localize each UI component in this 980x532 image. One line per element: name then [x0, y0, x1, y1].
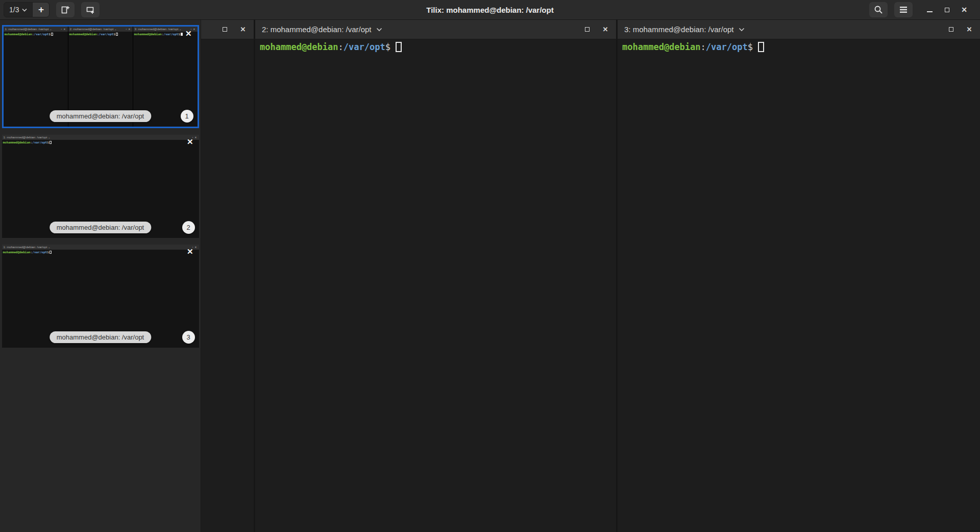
session-thumbnail-3[interactable]: 1: mohammed@debian: /var/opt ⌄ ▫ ✕ moham…: [2, 245, 199, 348]
session-thumbnail-2[interactable]: 1: mohammed@debian: /var/opt ⌄ ▫ ✕ moham…: [2, 135, 199, 238]
terminal-headers-row: ✕ 2: mohammed@debian: /var/opt ✕ 3: moha…: [201, 20, 980, 39]
mini-maximize-icon: ▫: [126, 28, 128, 31]
session-label-pill: mohammed@debian: /var/opt: [50, 331, 151, 343]
session-pager-label: 1/3: [9, 6, 19, 14]
terminal-2-close-button[interactable]: ✕: [599, 23, 612, 36]
shell-prompt: mohammed@debian:/var/opt$: [618, 39, 980, 55]
menu-button[interactable]: [894, 2, 913, 17]
mini-close-icon: ✕: [194, 136, 197, 139]
session-pager-button[interactable]: 1/3: [4, 3, 32, 17]
terminal-1-close-button[interactable]: ✕: [236, 23, 250, 36]
mini-cursor: [116, 33, 118, 36]
terminal-3-screen[interactable]: mohammed@debian:/var/opt$: [618, 39, 980, 532]
headerbar: 1/3 + Tilix: mohammed@debian: /var/opt: [0, 0, 980, 20]
session-number-badge: 2: [182, 221, 195, 234]
add-session-button[interactable]: +: [32, 3, 49, 17]
prompt-path: /var/opt: [344, 42, 385, 52]
plus-icon: +: [38, 4, 44, 15]
mini-chevron-down-icon: ⌄: [179, 28, 182, 31]
mini-cursor: [50, 251, 52, 254]
mini-maximize-icon: ▫: [61, 28, 63, 31]
search-icon: [874, 5, 883, 14]
terminal-3-header[interactable]: 3: mohammed@debian: /var/opt ✕: [618, 20, 980, 39]
mini-pane-title: 1: mohammed@debian: /var/opt: [5, 28, 49, 31]
close-icon: ✕: [240, 26, 246, 33]
add-terminal-down-icon: [86, 5, 95, 14]
search-button[interactable]: [869, 2, 888, 17]
close-icon: ✕: [961, 6, 967, 13]
minimize-button[interactable]: [921, 2, 938, 17]
mini-pane-title: 1: mohammed@debian: /var/opt: [4, 246, 47, 249]
session-thumbnail-1[interactable]: 1: mohammed@debian: /var/opt ⌄ ▫ ✕ moham…: [2, 25, 199, 128]
chevron-down-icon[interactable]: [376, 28, 382, 32]
mini-chevron-down-icon: ⌄: [50, 28, 52, 31]
terminal-1-header[interactable]: ✕: [201, 20, 255, 39]
mini-close-icon: ✕: [194, 246, 197, 249]
terminal-cursor: [758, 42, 764, 52]
chevron-down-icon[interactable]: [739, 28, 745, 32]
mini-close-icon: ✕: [193, 28, 195, 31]
mini-chevron-down-icon: ⌄: [48, 136, 51, 139]
add-terminal-down-button[interactable]: [81, 2, 100, 17]
header-right-controls: ✕: [869, 2, 973, 17]
maximize-icon: [945, 8, 949, 12]
add-terminal-right-icon: [61, 5, 70, 14]
close-session-button[interactable]: ✕: [187, 248, 193, 255]
terminal-3-close-button[interactable]: ✕: [963, 23, 976, 36]
terminal-bodies-row: mohammed@debian:/var/opt$ mohammed@debia…: [201, 39, 980, 532]
terminal-cursor: [396, 42, 402, 52]
maximize-button[interactable]: [938, 2, 955, 17]
terminal-2-header[interactable]: 2: mohammed@debian: /var/opt ✕: [255, 20, 618, 39]
close-icon: ✕: [603, 26, 608, 33]
close-session-button[interactable]: ✕: [187, 138, 193, 146]
shell-prompt: mohammed@debian:/var/opt$: [255, 39, 616, 55]
chevron-down-icon: [22, 8, 27, 12]
terminal-1-screen[interactable]: [201, 39, 255, 532]
session-label-pill: mohammed@debian: /var/opt: [50, 222, 151, 233]
terminal-2-maximize-button[interactable]: [580, 23, 594, 36]
close-window-button[interactable]: ✕: [955, 2, 973, 17]
terminal-2-title[interactable]: 2: mohammed@debian: /var/opt: [262, 25, 372, 34]
session-sidebar: 1: mohammed@debian: /var/opt ⌄ ▫ ✕ moham…: [0, 20, 201, 532]
terminal-2-screen[interactable]: mohammed@debian:/var/opt$: [255, 39, 618, 532]
session-label-pill: mohammed@debian: /var/opt: [50, 110, 151, 122]
session-number-badge: 1: [181, 110, 193, 123]
close-session-button[interactable]: ✕: [185, 30, 192, 37]
prompt-path: /var/opt: [706, 42, 748, 52]
session-number-badge: 3: [182, 331, 195, 344]
hamburger-menu-icon: [899, 6, 908, 13]
session-pager-group: 1/3 +: [4, 2, 50, 17]
mini-pane-title: 3: mohammed@debian: /var/opt: [135, 28, 179, 31]
prompt-user-host: mohammed@debian: [622, 42, 701, 52]
terminal-3-maximize-button[interactable]: [944, 23, 958, 36]
prompt-user-host: mohammed@debian: [260, 42, 338, 52]
mini-chevron-down-icon: ⌄: [48, 246, 51, 249]
mini-close-icon: ✕: [63, 28, 66, 31]
minimize-icon: [927, 11, 933, 12]
mini-cursor: [51, 33, 53, 36]
maximize-icon: [585, 27, 590, 32]
mini-pane-title: 2: mohammed@debian: /var/opt: [70, 28, 114, 31]
terminal-1-maximize-button[interactable]: [218, 23, 231, 36]
mini-chevron-down-icon: ⌄: [114, 28, 117, 31]
window-title: Tilix: mohammed@debian: /var/opt: [0, 6, 980, 14]
session-view: ✕ 2: mohammed@debian: /var/opt ✕ 3: moha…: [201, 20, 980, 532]
mini-close-icon: ✕: [128, 28, 131, 31]
maximize-icon: [949, 27, 953, 32]
add-terminal-right-button[interactable]: [56, 2, 75, 17]
terminal-3-title[interactable]: 3: mohammed@debian: /var/opt: [624, 25, 734, 34]
mini-pane-title: 1: mohammed@debian: /var/opt: [4, 136, 47, 139]
mini-cursor: [181, 33, 183, 36]
maximize-icon: [223, 27, 227, 32]
close-icon: ✕: [967, 26, 972, 33]
mini-cursor: [50, 141, 52, 144]
